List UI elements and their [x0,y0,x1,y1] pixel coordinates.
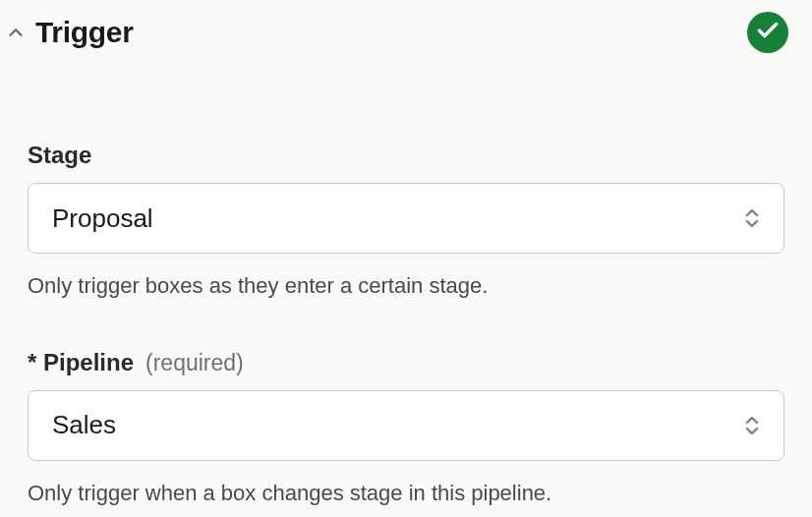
section-title: Trigger [35,16,134,49]
pipeline-label: * Pipeline [28,349,134,376]
header-left: Trigger [4,16,134,49]
stage-label-row: Stage [28,142,784,169]
stage-select[interactable]: Proposal [28,183,784,254]
stage-label: Stage [28,142,91,169]
pipeline-select-value: Sales [52,410,116,440]
select-arrows-icon [742,206,762,230]
pipeline-helper-text: Only trigger when a box changes stage in… [28,479,784,509]
check-icon [755,18,781,47]
pipeline-required-hint: (required) [145,350,244,376]
pipeline-field-group: * Pipeline (required) Sales Only trigger… [28,349,784,509]
content: Stage Proposal Only trigger boxes as the… [0,142,812,509]
section-header: Trigger [0,0,812,53]
chevron-up-icon[interactable] [4,21,28,44]
stage-helper-text: Only trigger boxes as they enter a certa… [28,271,784,302]
pipeline-label-row: * Pipeline (required) [28,349,784,376]
stage-select-value: Proposal [52,203,153,234]
stage-field-group: Stage Proposal Only trigger boxes as the… [28,142,784,302]
check-badge [747,12,788,53]
pipeline-select[interactable]: Sales [28,390,784,461]
select-arrows-icon [742,414,762,437]
